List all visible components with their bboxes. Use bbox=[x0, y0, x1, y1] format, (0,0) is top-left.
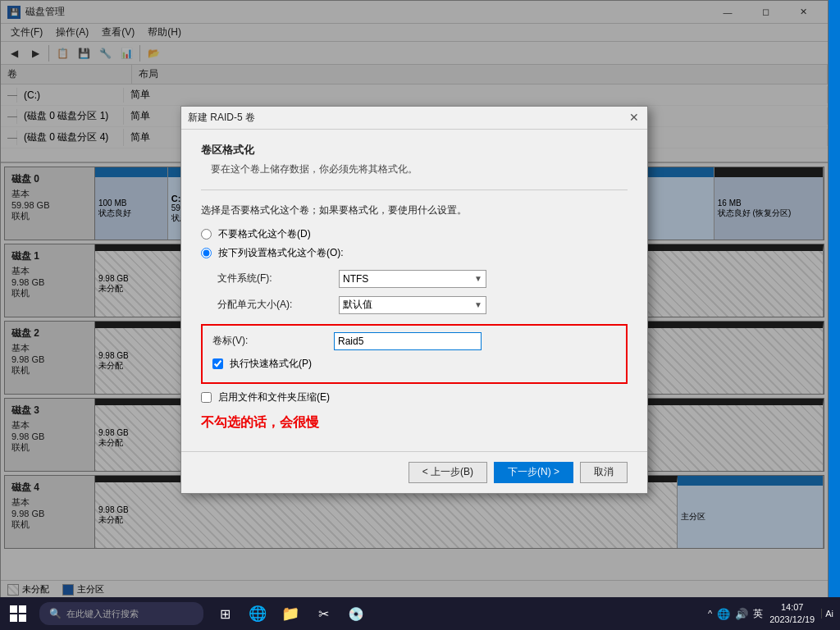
search-icon: 🔍 bbox=[49, 608, 62, 619]
filesystem-control: NTFS ▼ bbox=[339, 270, 628, 288]
radio-no-format[interactable]: 不要格式化这个卷(D) bbox=[201, 227, 628, 241]
back-button[interactable]: < 上一步(B) bbox=[409, 462, 487, 483]
quick-format-item[interactable]: 执行快速格式化(P) bbox=[212, 357, 616, 371]
dialog-section-desc: 要在这个卷上储存数据，你必须先将其格式化。 bbox=[201, 162, 628, 176]
compress-checkbox[interactable] bbox=[201, 392, 212, 403]
dialog-section-title: 卷区格式化 bbox=[201, 143, 628, 158]
label-field-label: 卷标(V): bbox=[212, 332, 327, 350]
label-grid: 卷标(V): bbox=[212, 332, 616, 350]
filesystem-select[interactable]: NTFS ▼ bbox=[339, 270, 486, 288]
radio-yes-format[interactable]: 按下列设置格式化这个卷(O): bbox=[201, 246, 628, 260]
dialog-close-button[interactable]: ✕ bbox=[628, 111, 641, 124]
explorer-button[interactable]: 📁 bbox=[276, 597, 305, 630]
radio-yes-label: 按下列设置格式化这个卷(O): bbox=[218, 246, 344, 260]
windows-logo bbox=[10, 605, 26, 622]
filesystem-value: NTFS bbox=[343, 273, 368, 285]
next-button[interactable]: 下一步(N) > bbox=[494, 462, 573, 483]
radio-no-label: 不要格式化这个卷(D) bbox=[218, 227, 311, 241]
taskbar-clock[interactable]: 14:07 2023/12/19 bbox=[769, 601, 815, 627]
diskmgmt-button[interactable]: 💿 bbox=[341, 597, 371, 630]
explorer-icon: 📁 bbox=[281, 605, 299, 623]
allocation-label: 分配单元大小(A): bbox=[217, 296, 332, 314]
clock-time: 14:07 bbox=[769, 601, 815, 614]
quick-format-label: 执行快速格式化(P) bbox=[230, 357, 312, 371]
tray-expand[interactable]: ^ bbox=[708, 609, 712, 619]
edge-button[interactable]: 🌐 bbox=[243, 597, 272, 630]
allocation-select[interactable]: 默认值 ▼ bbox=[339, 296, 486, 314]
modal-overlay: 新建 RAID-5 卷 ✕ 卷区格式化 要在这个卷上储存数据，你必须先将其格式化… bbox=[0, 0, 829, 599]
snipping-icon: ✂ bbox=[318, 606, 329, 622]
taskbar-tray: ^ 🌐 🔊 英 bbox=[708, 607, 763, 621]
taskbar: 🔍 在此键入进行搜索 ⊞ 🌐 📁 ✂ 💿 ^ 🌐 🔊 英 14:07 2023/… bbox=[0, 597, 840, 630]
snipping-button[interactable]: ✂ bbox=[308, 597, 338, 630]
warning-text: 不勾选的话，会很慢 bbox=[201, 414, 628, 431]
dialog-title-bar: 新建 RAID-5 卷 ✕ bbox=[181, 107, 647, 130]
format-options-grid: 文件系统(F): NTFS ▼ 分配单元大小(A): 默认值 ▼ bbox=[201, 270, 628, 314]
taskview-button[interactable]: ⊞ bbox=[210, 597, 240, 630]
dialog-body: 卷区格式化 要在这个卷上储存数据，你必须先将其格式化。 选择是否要格式化这个卷；… bbox=[181, 130, 647, 451]
diskmgmt-icon: 💿 bbox=[348, 606, 364, 622]
search-placeholder: 在此键入进行搜索 bbox=[66, 608, 139, 620]
sound-icon: 🔊 bbox=[735, 608, 748, 620]
filesystem-label: 文件系统(F): bbox=[217, 270, 332, 288]
cancel-button[interactable]: 取消 bbox=[580, 462, 628, 483]
taskbar-pinned-icons: ⊞ 🌐 📁 ✂ 💿 bbox=[210, 597, 371, 630]
dialog: 新建 RAID-5 卷 ✕ 卷区格式化 要在这个卷上储存数据，你必须先将其格式化… bbox=[180, 106, 648, 494]
compress-item[interactable]: 启用文件和文件夹压缩(E) bbox=[201, 390, 628, 404]
allocation-control: 默认值 ▼ bbox=[339, 296, 628, 314]
radio-group: 不要格式化这个卷(D) 按下列设置格式化这个卷(O): bbox=[201, 227, 628, 260]
label-input[interactable] bbox=[334, 332, 482, 350]
taskview-icon: ⊞ bbox=[220, 606, 231, 622]
edge-icon: 🌐 bbox=[249, 605, 267, 623]
start-button[interactable] bbox=[0, 597, 36, 630]
network-icon: 🌐 bbox=[717, 608, 730, 620]
dialog-title: 新建 RAID-5 卷 bbox=[188, 111, 255, 125]
allocation-value: 默认值 bbox=[343, 298, 372, 312]
filesystem-arrow: ▼ bbox=[474, 274, 482, 283]
dialog-footer: < 上一步(B) 下一步(N) > 取消 bbox=[181, 451, 647, 493]
taskbar-search-box[interactable]: 🔍 在此键入进行搜索 bbox=[39, 602, 203, 625]
highlight-box: 卷标(V): 执行快速格式化(P) bbox=[201, 324, 628, 384]
lang-label: 英 bbox=[753, 607, 763, 621]
show-desktop-button[interactable]: Ai bbox=[821, 609, 833, 619]
quick-format-checkbox[interactable] bbox=[212, 358, 223, 369]
dialog-separator bbox=[201, 189, 628, 190]
dialog-question: 选择是否要格式化这个卷；如果要格式化，要使用什么设置。 bbox=[201, 203, 628, 217]
radio-no-input[interactable] bbox=[201, 229, 212, 240]
taskbar-right: ^ 🌐 🔊 英 14:07 2023/12/19 Ai bbox=[708, 601, 840, 627]
clock-date: 2023/12/19 bbox=[769, 614, 815, 626]
compress-label: 启用文件和文件夹压缩(E) bbox=[218, 390, 330, 404]
allocation-arrow: ▼ bbox=[474, 300, 482, 309]
radio-yes-input[interactable] bbox=[201, 248, 212, 258]
label-field-control bbox=[334, 332, 616, 350]
